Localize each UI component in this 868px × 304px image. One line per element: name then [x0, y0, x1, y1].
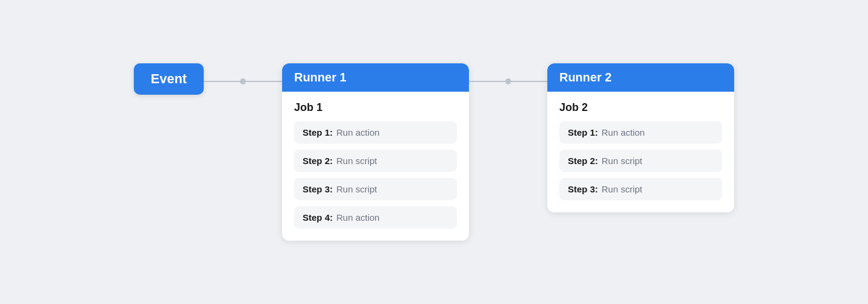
runner-1-step-2-label: Step 2:	[303, 156, 333, 166]
runner-2-header: Runner 2	[547, 63, 734, 92]
runner-2-step-3: Step 3: Run script	[559, 178, 722, 200]
runner-1-step-1-value: Run action	[336, 127, 380, 138]
runner-2-step-3-label: Step 3:	[568, 184, 598, 194]
runner-1-step-4: Step 4: Run action	[294, 206, 457, 229]
runner-2-body: Job 2 Step 1: Run action Step 2: Run scr…	[547, 92, 734, 212]
runner-1-step-1-label: Step 1:	[303, 127, 333, 138]
runner-1-card: Runner 1 Job 1 Step 1: Run action Step 2…	[282, 63, 469, 241]
runner-1-header: Runner 1	[282, 63, 469, 92]
runner-1-step-2-value: Run script	[336, 156, 377, 166]
runner-1-title: Runner 1	[294, 71, 347, 84]
runner-1-job-title: Job 1	[294, 101, 457, 114]
runner-2-step-2-label: Step 2:	[568, 156, 598, 166]
runner-1-step-4-label: Step 4:	[303, 212, 333, 223]
runner-1-step-4-value: Run action	[336, 212, 380, 223]
connector-dot-1	[240, 78, 246, 84]
runner-2-title: Runner 2	[559, 71, 612, 84]
runner-1-step-2: Step 2: Run script	[294, 150, 457, 172]
runner-2-step-3-value: Run script	[602, 184, 643, 194]
event-title: Event	[151, 71, 187, 87]
runner-2-step-1-value: Run action	[602, 127, 645, 138]
runner-1-step-3-value: Run script	[336, 184, 377, 194]
runner-1-step-1: Step 1: Run action	[294, 121, 457, 144]
runner-1-steps: Step 1: Run action Step 2: Run script St…	[294, 121, 457, 229]
connector-runner1-runner2	[469, 78, 547, 84]
runner-2-step-2: Step 2: Run script	[559, 150, 722, 172]
event-node: Event	[134, 63, 204, 95]
connector-dot-2	[505, 78, 511, 84]
runner-2-steps: Step 1: Run action Step 2: Run script St…	[559, 121, 722, 200]
connector-line-3	[469, 81, 505, 82]
connector-line-2	[246, 81, 282, 82]
runner-1-step-3: Step 3: Run script	[294, 178, 457, 200]
runner-2-job-title: Job 2	[559, 101, 722, 114]
connector-event-runner1	[204, 78, 282, 84]
runner-2-card: Runner 2 Job 2 Step 1: Run action Step 2…	[547, 63, 734, 212]
connector-line-1	[204, 81, 240, 82]
runner-2-step-1-label: Step 1:	[568, 127, 598, 138]
workflow-diagram: Event Runner 1 Job 1 Step 1: Run action …	[134, 63, 734, 241]
connector-line-4	[511, 81, 547, 82]
runner-1-body: Job 1 Step 1: Run action Step 2: Run scr…	[282, 92, 469, 241]
runner-1-step-3-label: Step 3:	[303, 184, 333, 194]
runner-2-step-2-value: Run script	[602, 156, 643, 166]
runner-2-step-1: Step 1: Run action	[559, 121, 722, 144]
